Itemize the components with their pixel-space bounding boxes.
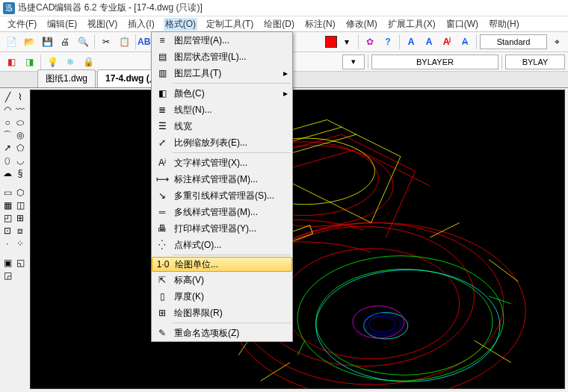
- menu-item-label: 线宽: [174, 120, 192, 133]
- dimstyle-icon: ⟼: [155, 173, 170, 185]
- format-menu-item[interactable]: ═多线样式管理器(M)...: [152, 204, 292, 220]
- cut-button[interactable]: ✂: [98, 34, 114, 50]
- extra2-tool[interactable]: ◱: [14, 257, 26, 269]
- find-button[interactable]: ✿: [362, 34, 378, 50]
- menu-item[interactable]: 绘图(D): [262, 18, 296, 31]
- color-down-icon[interactable]: ▾: [339, 34, 355, 50]
- rect-tool[interactable]: ▭: [1, 187, 13, 199]
- print-button[interactable]: 🖨: [57, 34, 73, 50]
- new-file-button[interactable]: 📄: [3, 34, 19, 50]
- format-menu-item[interactable]: ✎重命名选项板(Z): [152, 325, 292, 341]
- color-red[interactable]: [325, 36, 337, 48]
- separator: [501, 55, 502, 69]
- menu-item[interactable]: 视图(V): [86, 18, 119, 31]
- menu-item[interactable]: 插入(I): [126, 18, 155, 31]
- menu-item-label: 颜色(C): [174, 87, 205, 100]
- format-menu-item[interactable]: ▥图层工具(T)▸: [152, 65, 292, 81]
- pline-tool[interactable]: ⌇: [14, 91, 26, 103]
- point2-tool[interactable]: ⁘: [14, 237, 26, 249]
- submenu-arrow-icon: ▸: [283, 88, 288, 99]
- open-file-button[interactable]: 📂: [21, 34, 37, 50]
- document-tab[interactable]: 图纸1.dwg: [37, 69, 96, 87]
- layer-mgr-button[interactable]: ◧: [3, 54, 19, 70]
- menu-item[interactable]: 格式(O): [164, 18, 197, 31]
- menu-item[interactable]: 定制工具(T): [205, 18, 255, 31]
- table-tool[interactable]: ⊞: [14, 212, 26, 224]
- format-menu-item[interactable]: ⇱标高(V): [152, 272, 292, 288]
- ins-tool[interactable]: ⊡: [1, 225, 13, 237]
- line-tool[interactable]: ╱: [1, 91, 13, 103]
- cad-wireframe: [31, 90, 564, 388]
- menu-item[interactable]: 标注(N): [303, 18, 337, 31]
- layertool-icon: ▥: [155, 67, 170, 79]
- block-tool[interactable]: ◫: [14, 199, 26, 211]
- format-menu-item[interactable]: ≣线型(N)...: [152, 102, 292, 118]
- lineweight-dropdown[interactable]: BYLAY: [505, 55, 565, 69]
- format-menu-item[interactable]: ⟼标注样式管理器(M)...: [152, 171, 292, 187]
- format-menu-item[interactable]: ≡图层管理(A)...: [152, 32, 292, 49]
- layer-lock-icon[interactable]: 🔒: [80, 54, 96, 70]
- spline-tool[interactable]: 〰: [14, 104, 26, 116]
- save-button[interactable]: 💾: [39, 34, 55, 50]
- poly2-tool[interactable]: ⬡: [14, 187, 26, 199]
- menu-item[interactable]: 扩展工具(X): [386, 18, 437, 31]
- separator: [399, 34, 400, 49]
- hatch-tool[interactable]: ▦: [1, 199, 13, 211]
- style-picker-button[interactable]: ⌖: [549, 34, 565, 50]
- circle-tool[interactable]: ○: [1, 116, 13, 128]
- cloud-tool[interactable]: ☁: [1, 167, 13, 179]
- menu-item[interactable]: 修改(M): [345, 18, 379, 31]
- format-menu-item[interactable]: 1·0绘图单位...: [152, 257, 292, 272]
- text-a2-button[interactable]: A: [421, 34, 437, 50]
- linetype-icon: ≣: [155, 104, 170, 116]
- copy-button[interactable]: 📋: [116, 34, 132, 50]
- region-tool[interactable]: ◰: [1, 212, 13, 224]
- help-button[interactable]: ?: [380, 34, 396, 50]
- point-tool[interactable]: ·: [1, 237, 13, 249]
- format-menu-item[interactable]: ↘多重引线样式管理器(S)...: [152, 187, 292, 204]
- menu-item[interactable]: 编辑(E): [46, 18, 78, 31]
- text-a4-button[interactable]: A̶: [457, 34, 473, 50]
- menu-separator: [173, 152, 291, 153]
- menu-item[interactable]: 帮助(H): [487, 18, 521, 31]
- limits-icon: ⊞: [155, 307, 170, 319]
- text-a-button[interactable]: A: [403, 34, 419, 50]
- left-toolbar: ╱⌇ ◠〰 ○⬭ ⌒◎ ↗⬠ ⬯◡ ☁§ ▭⬡ ▦◫ ◰⊞ ⊡⧈ ·⁘ ▣◱ ◲: [1, 90, 28, 389]
- menu-item[interactable]: 文件(F): [6, 18, 38, 31]
- format-menu-item[interactable]: ▤图层状态管理(L)...: [152, 49, 292, 65]
- rename-icon: ✎: [155, 327, 170, 339]
- donut-tool[interactable]: ◎: [14, 129, 26, 141]
- extra1-tool[interactable]: ▣: [1, 257, 13, 269]
- layer-state-button[interactable]: ◨: [21, 54, 37, 70]
- linetype-short-dropdown[interactable]: ▾: [342, 55, 365, 69]
- format-menu-item[interactable]: ▯厚度(K): [152, 288, 292, 305]
- ellipse2-tool[interactable]: ⬯: [1, 155, 13, 167]
- format-menu-item[interactable]: ◧颜色(C)▸: [152, 85, 292, 102]
- wblk-tool[interactable]: ⧈: [14, 225, 26, 237]
- menu-item-label: 绘图单位...: [175, 258, 218, 271]
- drawing-canvas[interactable]: [30, 90, 565, 389]
- helix-tool[interactable]: §: [14, 167, 26, 179]
- text-style-dropdown[interactable]: Standard: [480, 34, 547, 49]
- preview-button[interactable]: 🔍: [75, 34, 91, 50]
- linetype-dropdown[interactable]: BYLAYER: [371, 55, 498, 69]
- format-menu-item[interactable]: ⤢比例缩放列表(E)...: [152, 134, 292, 151]
- arc3-tool[interactable]: ◡: [14, 155, 26, 167]
- layer-freeze-icon[interactable]: ❄: [62, 54, 78, 70]
- format-menu-item[interactable]: ☰线宽: [152, 118, 292, 134]
- extra3-tool[interactable]: ◲: [1, 270, 13, 281]
- format-menu-item[interactable]: 🖶打印样式管理器(Y)...: [152, 220, 292, 237]
- layer-on-icon[interactable]: 💡: [44, 54, 61, 70]
- format-menu-item[interactable]: ⊞绘图界限(R): [152, 305, 292, 321]
- ellipse-tool[interactable]: ⬭: [14, 116, 26, 128]
- layer-icon: ≡: [155, 34, 170, 46]
- arc-tool[interactable]: ◠: [1, 104, 13, 116]
- separator: [135, 34, 136, 49]
- format-menu-item[interactable]: ⁛点样式(O)...: [152, 237, 292, 253]
- text-a3-button[interactable]: Aʲ: [439, 34, 455, 50]
- polygon-tool[interactable]: ⬠: [14, 142, 26, 154]
- menu-item[interactable]: 窗口(W): [445, 18, 480, 31]
- format-menu-item[interactable]: Aʲ文字样式管理(X)...: [152, 155, 292, 171]
- ray-tool[interactable]: ↗: [1, 142, 13, 154]
- arc2-tool[interactable]: ⌒: [1, 129, 13, 141]
